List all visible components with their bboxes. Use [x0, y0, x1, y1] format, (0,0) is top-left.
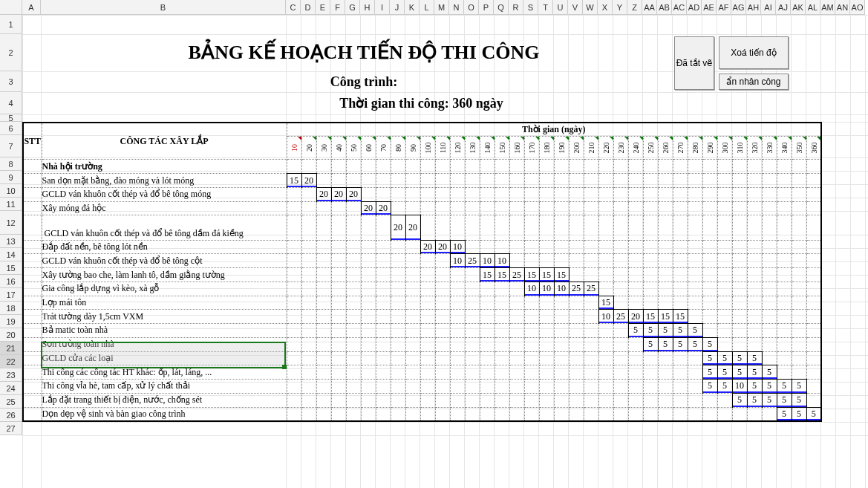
cell-r25-c13[interactable]: [465, 407, 480, 421]
cell-r19-c8[interactable]: [391, 324, 405, 338]
col-header-E[interactable]: E: [316, 0, 330, 15]
cell-r14-c27[interactable]: [673, 254, 688, 268]
cell-r24-c29[interactable]: [702, 393, 717, 407]
cell-r20-c5[interactable]: [346, 337, 361, 351]
cell-r13-c12[interactable]: 10: [450, 240, 465, 254]
cell-r23-c1[interactable]: [287, 380, 301, 394]
col-header-AC[interactable]: AC: [672, 0, 687, 15]
cell-r11-c15[interactable]: [495, 201, 509, 215]
cell-r16-c19[interactable]: 10: [554, 282, 569, 296]
cell-r12-c3[interactable]: [316, 215, 331, 240]
cell-r8-c10[interactable]: [420, 160, 435, 174]
task-name-row-25[interactable]: Dọn dẹp vệ sinh và bàn giao công trình: [42, 407, 287, 421]
cell-r18-c15[interactable]: [495, 310, 509, 324]
cell-r14-c1[interactable]: [287, 254, 301, 268]
cell-r9-c35[interactable]: [792, 174, 806, 188]
cell-r18-c28[interactable]: [688, 310, 702, 324]
cell-r24-c15[interactable]: [495, 393, 509, 407]
cell-r20-c29[interactable]: 5: [702, 337, 717, 351]
cell-r24-c2[interactable]: [301, 393, 316, 407]
cell-r25-c2[interactable]: [301, 407, 316, 421]
cell-r20-c1[interactable]: [287, 337, 301, 351]
cell-r20-c35[interactable]: [792, 337, 806, 351]
cell-r16-c21[interactable]: 25: [584, 282, 598, 296]
cell-r10-c29[interactable]: [702, 187, 717, 201]
cell-r13-c25[interactable]: [643, 240, 658, 254]
cell-r12-c21[interactable]: [584, 215, 598, 240]
cell-r18-c33[interactable]: [762, 310, 777, 324]
cell-r20-c14[interactable]: [480, 337, 495, 351]
row-header-10[interactable]: 10: [0, 184, 22, 198]
cell-r24-c12[interactable]: [450, 393, 465, 407]
cell-r14-c23[interactable]: [613, 254, 628, 268]
cell-r12-c10[interactable]: [420, 215, 435, 240]
cell-r23-c4[interactable]: [331, 380, 346, 394]
col-header-B[interactable]: B: [41, 0, 286, 15]
cell-r18-c10[interactable]: [420, 310, 435, 324]
cell-r17-c9[interactable]: [405, 296, 420, 310]
row-header-26[interactable]: 26: [0, 409, 22, 422]
col-header-G[interactable]: G: [345, 0, 360, 15]
cell-r16-c10[interactable]: [420, 282, 435, 296]
cell-r11-c5[interactable]: [346, 201, 361, 215]
cell-r11-c13[interactable]: [465, 201, 480, 215]
cell-r17-c5[interactable]: [346, 296, 361, 310]
cell-r16-c12[interactable]: [450, 282, 465, 296]
cell-r18-c5[interactable]: [346, 310, 361, 324]
cell-r11-c23[interactable]: [613, 201, 628, 215]
cell-r15-c27[interactable]: [673, 268, 688, 282]
cell-r8-c11[interactable]: [435, 160, 450, 174]
cell-r11-c12[interactable]: [450, 201, 465, 215]
cell-r9-c33[interactable]: [762, 174, 777, 188]
cell-r23-c19[interactable]: [554, 380, 569, 394]
cell-r17-c14[interactable]: [480, 296, 495, 310]
cell-r11-c14[interactable]: [480, 201, 495, 215]
cell-r20-c31[interactable]: [732, 337, 747, 351]
cell-r20-c26[interactable]: 5: [658, 337, 673, 351]
cell-r23-c23[interactable]: [613, 380, 628, 394]
cell-r14-c14[interactable]: 10: [480, 254, 495, 268]
cell-r10-c33[interactable]: [762, 187, 777, 201]
cell-r17-c4[interactable]: [331, 296, 346, 310]
cell-r15-c6[interactable]: [361, 268, 376, 282]
cell-r19-c18[interactable]: [539, 324, 554, 338]
cell-r22-c31[interactable]: 5: [732, 365, 747, 380]
cell-r22-c12[interactable]: [450, 365, 465, 380]
cell-r11-c34[interactable]: [777, 201, 792, 215]
cell-r15-c10[interactable]: [420, 268, 435, 282]
cell-stt-16[interactable]: [23, 282, 42, 296]
row-header-9[interactable]: 9: [0, 171, 22, 184]
cell-r21-c19[interactable]: [554, 351, 569, 365]
cell-r16-c14[interactable]: [480, 282, 495, 296]
cell-r17-c21[interactable]: [584, 296, 598, 310]
cell-r10-c1[interactable]: [287, 187, 301, 201]
task-name-row-19[interactable]: Bả matic toàn nhà: [42, 324, 287, 338]
row-header-23[interactable]: 23: [0, 368, 22, 382]
cell-stt-19[interactable]: [23, 324, 42, 338]
cell-r16-c16[interactable]: [509, 282, 524, 296]
cell-r25-c24[interactable]: [628, 407, 643, 421]
cell-r10-c22[interactable]: [598, 187, 613, 201]
select-all-corner[interactable]: [0, 0, 22, 15]
cell-r18-c19[interactable]: [554, 310, 569, 324]
col-header-M[interactable]: M: [434, 0, 449, 15]
cell-r11-c10[interactable]: [420, 201, 435, 215]
cell-r14-c3[interactable]: [316, 254, 331, 268]
cell-r12-c5[interactable]: [346, 215, 361, 240]
row-header-11[interactable]: 11: [0, 198, 22, 211]
cell-r13-c10[interactable]: 20: [420, 240, 435, 254]
task-name-row-20[interactable]: Sơn tường toàn nhà: [42, 337, 287, 351]
cell-r22-c17[interactable]: [524, 365, 539, 380]
cell-r20-c12[interactable]: [450, 337, 465, 351]
cell-r16-c27[interactable]: [673, 282, 688, 296]
cell-r19-c6[interactable]: [361, 324, 376, 338]
cell-r21-c30[interactable]: 5: [717, 351, 732, 365]
cell-r9-c18[interactable]: [539, 174, 554, 188]
col-header-O[interactable]: O: [464, 0, 479, 15]
cell-r16-c32[interactable]: [747, 282, 762, 296]
col-header-AI[interactable]: AI: [761, 0, 776, 15]
cell-r25-c27[interactable]: [673, 407, 688, 421]
cell-r13-c35[interactable]: [792, 240, 806, 254]
cell-r21-c34[interactable]: [777, 351, 792, 365]
cell-r19-c28[interactable]: 5: [688, 324, 702, 338]
